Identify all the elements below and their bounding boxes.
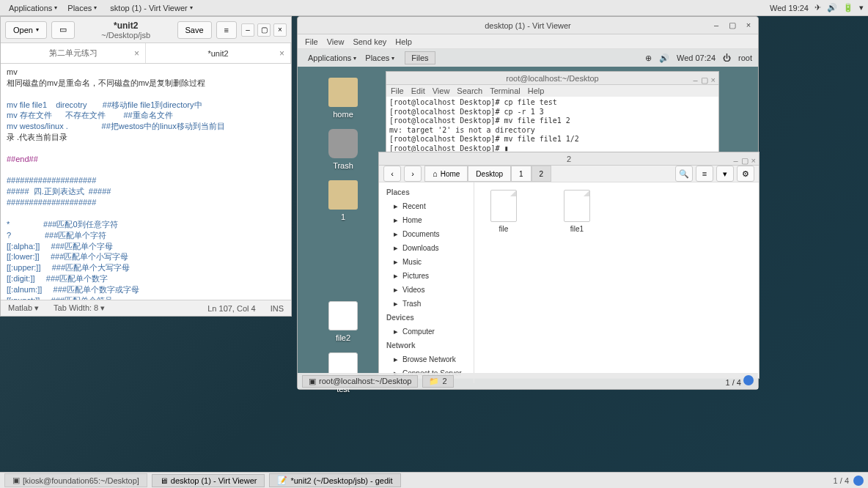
file-icon xyxy=(328,301,358,330)
task-terminal[interactable]: ▣root@localhost:~/Desktop xyxy=(302,375,418,388)
terminal-menu-search[interactable]: Search xyxy=(457,86,482,95)
task-gedit[interactable]: 📝*unit2 (~/Desktop/jsb) - gedit xyxy=(269,473,400,487)
guest-user[interactable]: root xyxy=(738,53,752,62)
close-icon[interactable]: × xyxy=(134,48,139,59)
terminal-icon: ▣ xyxy=(12,476,20,485)
sidebar-item-browse-network[interactable]: ▸Browse Network xyxy=(379,352,474,366)
files-titlebar[interactable]: 2 –▢× xyxy=(379,152,759,166)
gedit-icon: 📝 xyxy=(277,476,287,485)
files-main[interactable]: filefile1 xyxy=(474,182,759,383)
crumb-1[interactable]: 1 xyxy=(511,166,532,182)
close-button[interactable]: × xyxy=(743,21,754,30)
terminal-menu-file[interactable]: File xyxy=(391,86,404,95)
search-button[interactable]: 🔍 xyxy=(675,166,693,182)
virt-menu-send-key[interactable]: Send key xyxy=(353,37,386,46)
sidebar-item-pictures[interactable]: ▸Pictures xyxy=(379,269,474,283)
gedit-window: Open ▾ ▭ *unit2 ~/Desktop/jsb Save ≡ – ▢… xyxy=(0,16,292,317)
folder-icon: ▸ xyxy=(394,327,398,336)
desktop-icon-1[interactable]: 1 xyxy=(320,180,367,221)
close-button[interactable]: × xyxy=(273,23,287,37)
status-lang[interactable]: Matlab ▾ xyxy=(8,303,39,313)
minimize-button[interactable]: – xyxy=(693,73,697,86)
guest-files-button[interactable]: Files xyxy=(405,51,435,64)
maximize-button[interactable]: ▢ xyxy=(701,73,708,86)
power-icon[interactable]: ⏻ xyxy=(723,53,731,62)
sidebar-item-videos[interactable]: ▸Videos xyxy=(379,283,474,297)
desktop-icon-Trash[interactable]: Trash xyxy=(320,129,367,170)
maximize-button[interactable]: ▢ xyxy=(727,21,738,30)
guest-applications-menu[interactable]: Applications xyxy=(304,52,361,64)
desktop-icon-file2[interactable]: file2 xyxy=(320,301,367,342)
editor-content[interactable]: mv相同磁盘的mv是重命名，不同磁盘的mv是复制删除过程 mv file fil… xyxy=(1,64,291,300)
terminal-content[interactable]: [root@localhost Desktop]# cp file test [… xyxy=(386,97,718,155)
open-button[interactable]: Open ▾ xyxy=(5,21,47,39)
virt-guest-screen[interactable]: Applications Places Files ⊕ 🔊 Wed 07:24 … xyxy=(298,49,758,389)
gedit-headerbar: Open ▾ ▭ *unit2 ~/Desktop/jsb Save ≡ – ▢… xyxy=(1,17,291,43)
close-button[interactable]: × xyxy=(711,73,716,86)
list-view-button[interactable]: ≡ xyxy=(696,166,713,182)
network-icon[interactable]: ⊕ xyxy=(645,53,652,63)
minimize-button[interactable]: – xyxy=(733,154,738,167)
maximize-button[interactable]: ▢ xyxy=(741,154,749,167)
minimize-button[interactable]: – xyxy=(711,21,721,30)
host-workspace-indicator[interactable]: 1 / 4 xyxy=(834,476,864,486)
virt-titlebar[interactable]: desktop (1) - Virt Viewer – ▢ × xyxy=(298,17,758,34)
guest-places-menu[interactable]: Places xyxy=(361,52,399,64)
crumb-desktop[interactable]: Desktop xyxy=(468,166,511,182)
file-item-file1[interactable]: file1 xyxy=(555,190,599,233)
volume-icon[interactable]: 🔊 xyxy=(659,53,669,63)
virt-menu-help[interactable]: Help xyxy=(395,37,412,46)
close-button[interactable]: × xyxy=(751,154,756,167)
virt-menu-file[interactable]: File xyxy=(305,37,318,46)
gear-button[interactable]: ⚙ xyxy=(737,166,754,182)
file-icon xyxy=(564,190,590,222)
file-item-file[interactable]: file xyxy=(482,190,526,233)
tab-unit2[interactable]: *unit2× xyxy=(146,43,291,63)
active-app-menu[interactable]: sktop (1) - Virt Viewer xyxy=(106,2,196,14)
view-options-button[interactable]: ▾ xyxy=(716,166,734,182)
sidebar-item-computer[interactable]: ▸Computer xyxy=(379,325,474,339)
task-virt-viewer[interactable]: 🖥desktop (1) - Virt Viewer xyxy=(152,474,265,487)
maximize-button[interactable]: ▢ xyxy=(257,23,271,37)
applications-menu[interactable]: Applications xyxy=(4,2,62,14)
terminal-menu-terminal[interactable]: Terminal xyxy=(490,86,521,95)
hamburger-button[interactable]: ≡ xyxy=(216,21,237,39)
places-menu[interactable]: Places xyxy=(63,2,101,14)
sidebar-item-documents[interactable]: ▸Documents xyxy=(379,227,474,241)
desktop-icon-home[interactable]: home xyxy=(320,78,367,119)
status-tabwidth[interactable]: Tab Width: 8 ▾ xyxy=(54,303,105,313)
forward-button[interactable]: › xyxy=(404,166,422,182)
guest-clock[interactable]: Wed 07:24 xyxy=(677,53,716,62)
task-files[interactable]: 📁2 xyxy=(422,375,453,388)
back-button[interactable]: ‹ xyxy=(383,166,401,182)
sidebar-item-music[interactable]: ▸Music xyxy=(379,255,474,269)
sidebar-item-recent[interactable]: ▸Recent xyxy=(379,199,474,213)
guest-workspace-indicator[interactable]: 1 / 4 xyxy=(726,375,754,387)
minimize-button[interactable]: – xyxy=(241,23,254,37)
folder-icon: ▸ xyxy=(394,229,398,239)
terminal-menu-help[interactable]: Help xyxy=(528,86,545,95)
task-kiosk-terminal[interactable]: ▣[kiosk@foundation65:~/Desktop] xyxy=(4,473,147,487)
new-tab-button[interactable]: ▭ xyxy=(51,21,75,39)
caret-down-icon[interactable]: ▾ xyxy=(859,3,864,12)
airplane-icon[interactable]: ✈ xyxy=(814,3,821,12)
tab-practice[interactable]: 第二单元练习× xyxy=(1,43,146,63)
terminal-menu-view[interactable]: View xyxy=(433,86,450,95)
status-insert: INS xyxy=(271,304,284,313)
gedit-tabs: 第二单元练习× *unit2× xyxy=(1,43,291,64)
save-button[interactable]: Save xyxy=(177,21,212,39)
virt-menu-view[interactable]: View xyxy=(327,37,345,46)
close-icon[interactable]: × xyxy=(279,48,284,59)
terminal-titlebar[interactable]: root@localhost:~/Desktop –▢× xyxy=(386,72,718,85)
volume-icon[interactable]: 🔊 xyxy=(827,3,837,12)
panel-clock[interactable]: Wed 19:24 xyxy=(770,4,809,12)
terminal-menu-edit[interactable]: Edit xyxy=(411,86,425,95)
sidebar-item-home[interactable]: ▸Home xyxy=(379,213,474,227)
sidebar-item-trash[interactable]: ▸Trash xyxy=(379,297,474,311)
battery-icon[interactable]: 🔋 xyxy=(843,3,853,12)
folder-icon xyxy=(328,78,358,107)
trash-icon xyxy=(328,129,358,158)
crumb-2[interactable]: 2 xyxy=(532,166,552,182)
sidebar-item-downloads[interactable]: ▸Downloads xyxy=(379,241,474,255)
crumb-home[interactable]: ⌂ Home xyxy=(424,166,468,182)
